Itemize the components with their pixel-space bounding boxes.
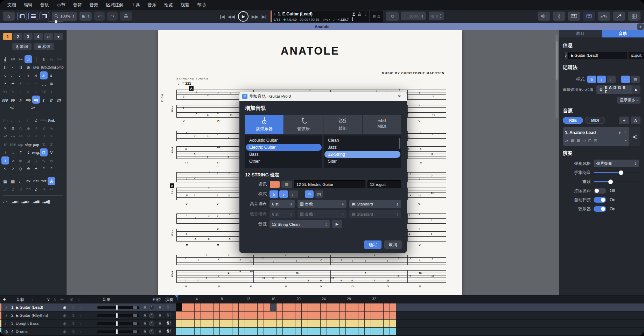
timeline-bar-cell[interactable] xyxy=(352,328,358,335)
horizontal-layout-button[interactable]: ▭ xyxy=(305,190,314,198)
repeat-open-icon[interactable]: ‖: xyxy=(1,63,9,71)
timer-marker-icon[interactable]: 2:51 xyxy=(32,177,40,185)
timeline-bar-cell[interactable] xyxy=(289,303,295,311)
timeline-bar-cell[interactable] xyxy=(220,303,226,311)
timeline-bar-cell[interactable] xyxy=(377,303,384,311)
timeline-bar-cell[interactable] xyxy=(289,328,295,335)
legato-slide-icon[interactable]: -3 xyxy=(40,132,48,140)
solo-headphones-icon[interactable]: ∩ xyxy=(77,321,85,326)
timeline-bar-cell[interactable] xyxy=(214,320,220,327)
stem-auto-icon[interactable]: ♫ xyxy=(32,185,40,193)
timeline-bar-cell[interactable] xyxy=(232,303,239,311)
double-sharp-icon[interactable]: × xyxy=(32,88,40,96)
list-item[interactable]: Other xyxy=(246,158,322,165)
redo-button[interactable]: ↷ xyxy=(107,12,118,21)
arpeggio-up-icon[interactable]: ⇡ xyxy=(17,148,24,156)
tablature-style-button[interactable]: 5 xyxy=(270,190,278,198)
timeline-bar-cell[interactable] xyxy=(346,303,352,311)
timeline-bar-cell[interactable] xyxy=(295,320,302,327)
dialog-tab-拨弦乐器[interactable]: 拨弦乐器 xyxy=(245,115,284,134)
timeline-bar-cell[interactable] xyxy=(358,312,365,319)
timeline-bar-cell[interactable] xyxy=(321,312,327,319)
solo-headphones-icon[interactable]: ∩ xyxy=(77,329,85,334)
dynamic-fff[interactable]: fff xyxy=(55,96,63,104)
timeline-bar-cell[interactable] xyxy=(182,320,188,327)
ruler-bar-number[interactable]: 20 xyxy=(296,297,301,301)
timeline-bar-cell[interactable] xyxy=(201,328,207,335)
menu-item[interactable]: 帮助 xyxy=(193,1,210,9)
timeline-bar-cell[interactable] xyxy=(276,312,283,319)
ghost-note-icon[interactable]: (♩) xyxy=(1,116,9,124)
menu-item[interactable]: 文档 xyxy=(4,1,20,9)
timeline-bar-cell[interactable] xyxy=(195,328,201,335)
repeat-close-icon[interactable]: :‖ xyxy=(17,63,24,71)
timeline-bar-cell[interactable] xyxy=(201,312,207,319)
menu-item[interactable]: 预览 xyxy=(160,1,177,9)
timeline-bar-cell[interactable] xyxy=(333,312,340,319)
thirtysecond-note-icon[interactable]: ♬ xyxy=(40,71,48,79)
menu-item[interactable]: 小节 xyxy=(53,1,69,9)
vibrato-icon[interactable]: ∿ xyxy=(32,156,40,164)
fifteenth-down-icon[interactable]: 15mb xyxy=(55,63,63,71)
zoom-slider[interactable] xyxy=(48,21,63,22)
octave-down-icon[interactable]: 8vb xyxy=(40,63,48,71)
grace-on-beat-icon[interactable]: ♪ xyxy=(9,156,17,164)
score-scrollbar[interactable] xyxy=(555,34,558,118)
chord-diagram-icon[interactable]: ▦ xyxy=(1,177,9,185)
timeline-bar-cell[interactable] xyxy=(314,320,321,327)
alternate-ending-icon[interactable]: x. xyxy=(9,63,17,71)
track-abbr-input[interactable] xyxy=(629,52,644,59)
fermata-icon[interactable]: ≙ xyxy=(24,164,32,173)
home-button[interactable]: ⌂ xyxy=(3,12,15,21)
channel-strip-button[interactable] xyxy=(164,328,173,335)
timeline-bar-cell[interactable] xyxy=(371,320,377,327)
volume-automation-button[interactable]: A xyxy=(142,305,148,309)
preview-play-button[interactable]: ▶ xyxy=(332,220,342,228)
popping-icon[interactable]: pop xyxy=(32,140,40,148)
rasgueado-icon[interactable]: rasg. xyxy=(32,148,40,156)
tremolo-picking-icon[interactable]: ◢ xyxy=(24,156,32,164)
timeline-bar-cell[interactable] xyxy=(283,312,289,319)
timeline-bar-cell[interactable] xyxy=(327,328,333,335)
transpose-control[interactable]: ψ 0 +− xyxy=(429,12,444,20)
voice-button-2[interactable]: 2 xyxy=(13,33,22,40)
shift-slide-icon[interactable]: 3- xyxy=(48,132,55,140)
rse-toggle[interactable]: RSE xyxy=(563,117,583,124)
pan-automation-button[interactable]: A xyxy=(157,321,163,326)
solo-all-icon[interactable]: ∩ xyxy=(78,297,81,302)
timeline-bar-cell[interactable] xyxy=(226,312,232,319)
repeat-bar-icon[interactable]: % xyxy=(48,55,55,63)
dynamic-pp[interactable]: pp xyxy=(9,96,17,104)
timeline-bar-cell[interactable] xyxy=(239,328,245,335)
section-marker[interactable]: A xyxy=(189,86,194,91)
timeline-bar-cell[interactable] xyxy=(276,320,283,327)
coda-icon[interactable]: ⊕ xyxy=(24,63,32,71)
timeline-bar-cell[interactable] xyxy=(207,328,214,335)
stem-down-icon[interactable]: ♪↓ xyxy=(48,185,55,193)
accent-icon[interactable]: ♩ xyxy=(17,116,24,124)
vertical-layout-button[interactable]: ▤ xyxy=(631,76,640,83)
menu-item[interactable]: 视窗 xyxy=(177,1,193,9)
audio-wave-button[interactable] xyxy=(538,12,550,21)
horizontal-layout-button[interactable]: ▭ xyxy=(621,76,630,83)
dialog-tab-鼓组[interactable]: 鼓组 xyxy=(323,115,362,134)
timeline-bar-cell[interactable] xyxy=(390,328,396,335)
expand-icon[interactable]: ∧ xyxy=(53,297,56,302)
stepper-icon[interactable]: ▲▼ xyxy=(421,14,423,18)
guitar-headstock-button[interactable] xyxy=(553,12,565,21)
timeline-bar-cell[interactable] xyxy=(214,312,220,319)
performance-toggle[interactable] xyxy=(594,188,606,194)
timeline-bar-cell[interactable] xyxy=(346,312,352,319)
plus-minus-icon[interactable]: ± xyxy=(32,164,40,173)
left-hand-icon[interactable]: ☜ xyxy=(40,140,48,148)
timeline-bar-cell[interactable] xyxy=(283,328,289,335)
slash-notation-icon[interactable]: ♩ xyxy=(17,177,24,185)
timeline-bar-cell[interactable] xyxy=(201,320,207,327)
timeline-bar-cell[interactable] xyxy=(226,320,232,327)
timeline-bar-cell[interactable] xyxy=(188,303,195,311)
slider-thumb[interactable] xyxy=(619,170,623,175)
list-item[interactable]: Jazz xyxy=(324,144,400,151)
beam-split-icon[interactable]: ♫ xyxy=(17,185,24,193)
tuning-button[interactable]: ⚙ E A D G B E xyxy=(596,85,632,94)
marcato-icon[interactable]: > xyxy=(9,164,17,173)
